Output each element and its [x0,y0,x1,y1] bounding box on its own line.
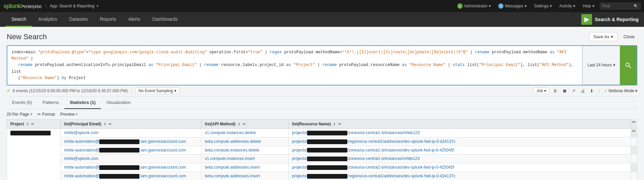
administrator-menu[interactable]: i Administrator ▾ [454,2,494,10]
email-edit-icon[interactable]: ✏ [109,122,112,126]
cell-row-edit[interactable] [631,155,637,163]
activity-menu[interactable]: Activity ▾ [556,2,579,10]
cell-email: mhite-automation@ iam.gserviceaccount.co… [61,146,201,155]
project-edit-icon[interactable]: ✏ [31,122,34,126]
sec-nav-right: ▶ Search & Reporting [581,12,639,27]
tab-analytics[interactable]: Analytics [32,12,63,27]
save-as-button[interactable]: Save As ▾ [589,32,618,41]
tab-reports[interactable]: Reports [94,12,122,27]
brand-badge-icon: ▶ [581,14,592,25]
api-link[interactable]: beta.compute.addresses.insert [205,165,260,170]
table-row: mhite-automation@ iam.gserviceaccount.co… [7,146,637,155]
settings-menu[interactable]: Settings ▾ [531,2,555,10]
email-link[interactable]: iam.gserviceaccount.com [139,148,186,153]
status-check-icon: ✓ [7,88,10,93]
cell-api: beta.compute.addresses.delete [201,137,289,146]
tab-events[interactable]: Events (6) [7,97,37,109]
cell-resource: projects/ /zones/us-central1-b/instances… [289,155,631,163]
cell-email: mhite@splunk.com [61,128,201,137]
cell-row-edit[interactable]: ✏ [631,128,637,137]
share-button[interactable]: ↗ [571,88,577,94]
tab-search[interactable]: Search [5,12,32,27]
table-header-row: Project ⇕ ✏ list(Principal Email) ⇕ ✏ li… [7,119,637,128]
api-link[interactable]: beta.compute.instances.delete [205,148,259,153]
api-edit-icon[interactable]: ✏ [243,122,246,126]
download-button[interactable]: ⬇ [589,88,595,94]
api-link[interactable]: v1.compute.instances.insert [205,156,255,161]
close-button[interactable]: Close [621,33,637,41]
email-link[interactable]: mhite-automation@ [64,139,99,144]
resource-edit-icon[interactable]: ✏ [338,122,341,126]
sampling-button[interactable]: No Event Sampling ▾ [135,87,179,94]
tab-statistics[interactable]: Statistics (1) [64,97,101,109]
cell-api: beta.compute.addresses.insert [201,172,289,180]
th-resource-name: list(Resource Name) ⇕ ✏ [289,119,631,128]
th-api-method: list(API Method) ⇕ ✏ [201,119,289,128]
api-link[interactable]: v1.compute.instances.delete [205,130,256,135]
tab-patterns[interactable]: Patterns [37,97,64,109]
email-sort-icon[interactable]: ⇕ [104,122,106,126]
resource-sort-icon[interactable]: ⇕ [333,122,336,126]
email-link[interactable]: mhite-automation@ [64,174,99,178]
verbose-check-icon: ✓ [604,88,607,93]
cell-email: mhite-automation@ iam.gserviceaccount.co… [61,163,201,172]
table-body: mhite@splunk.comv1.compute.instances.del… [7,128,637,180]
status-right: Job ▾ ⏸ ⏹ ↗ 🖨 ⬇ | ✓ Verbose Mode ▾ [533,87,637,94]
resource-link[interactable]: projects/ /zones/us-central1-b/instances… [292,156,420,161]
resource-link[interactable]: projects/ /zones/us-central1-b/instances… [292,148,454,153]
per-page-button[interactable]: 20 Per Page ▾ [7,112,32,117]
status-left: ✓ 6 events (12/15/20 6:00:00.000 PM to 1… [7,87,179,94]
th-project: Project ⇕ ✏ [7,119,61,128]
table-controls: 20 Per Page ▾ ✏ Format Preview ▾ [7,109,637,119]
resource-link[interactable]: projects/ /regions/us-central1/addresses… [292,139,456,144]
cell-resource: projects/ /regions/us-central1/addresses… [289,137,631,146]
email-link[interactable]: mhite@splunk.com [64,156,98,161]
tab-datasets[interactable]: Datasets [63,12,94,27]
format-button[interactable]: ✏ Format [38,112,55,117]
cell-email: mhite-automation@ iam.gserviceaccount.co… [61,137,201,146]
email-link[interactable]: mhite-automation@ [64,165,99,170]
email-link[interactable]: mhite@splunk.com [64,130,98,135]
tab-alerts[interactable]: Alerts [122,12,147,27]
messages-menu[interactable]: 3 Messages ▾ [495,2,530,10]
results-table: Project ⇕ ✏ list(Principal Email) ⇕ ✏ li… [7,119,637,180]
search-query-display[interactable]: index=main "protoPayload.@type"="type.go… [7,46,582,85]
resource-link[interactable]: projects/ /zones/us-central1-b/instances… [292,165,454,170]
cell-row-edit[interactable] [631,163,637,172]
api-link[interactable]: beta.compute.addresses.delete [205,139,261,144]
email-link[interactable]: iam.gserviceaccount.com [139,139,186,144]
result-tabs: Events (6) Patterns Statistics (1) Visua… [7,97,637,109]
tab-visualization[interactable]: Visualization [101,97,136,109]
splunk-logo[interactable]: splunk>enterprise [3,3,42,10]
find-input[interactable] [602,4,632,8]
job-button[interactable]: Job ▾ [533,87,549,94]
email-link[interactable]: mhite-automation@ [64,148,99,153]
cell-row-edit[interactable] [631,146,637,155]
search-go-button[interactable] [620,46,637,85]
resource-link[interactable]: projects/ /zones/us-central1-b/instances… [292,130,420,135]
help-menu[interactable]: Help ▾ [579,2,598,10]
find-box[interactable]: 🔍 [600,3,641,9]
verbose-mode-toggle[interactable]: ✓ Verbose Mode ▾ [604,88,637,93]
api-link[interactable]: beta.compute.addresses.insert [205,174,260,178]
tab-dashboards[interactable]: Dashboards [146,12,184,27]
app-name[interactable]: App: Search & Reporting ▾ [46,4,99,8]
preview-button[interactable]: Preview ▾ [60,112,78,117]
project-sort-icon[interactable]: ⇕ [26,122,29,126]
secondary-nav: Search Analytics Datasets Reports Alerts… [0,12,644,27]
print-button[interactable]: 🖨 [579,88,586,94]
search-header-actions: Save As ▾ Close [589,32,637,41]
resource-link[interactable]: projects/ /regions/us-central1/addresses… [292,174,456,178]
cell-row-edit[interactable] [631,137,637,146]
email-link[interactable]: iam.gserviceaccount.com [139,174,186,178]
email-link[interactable]: iam.gserviceaccount.com [139,165,186,170]
api-sort-icon[interactable]: ⇕ [238,122,240,126]
stop-button[interactable]: ⏹ [561,88,568,94]
cell-project [7,128,61,180]
cell-email: mhite@splunk.com [61,155,201,163]
time-range-button[interactable]: Last 24 hours ▾ [582,46,620,85]
top-nav-items: i Administrator ▾ 3 Messages ▾ Settings … [454,2,641,10]
cell-row-edit[interactable] [631,172,637,180]
pause-button[interactable]: ⏸ [552,88,559,94]
table-row: mhite-automation@ iam.gserviceaccount.co… [7,137,637,146]
